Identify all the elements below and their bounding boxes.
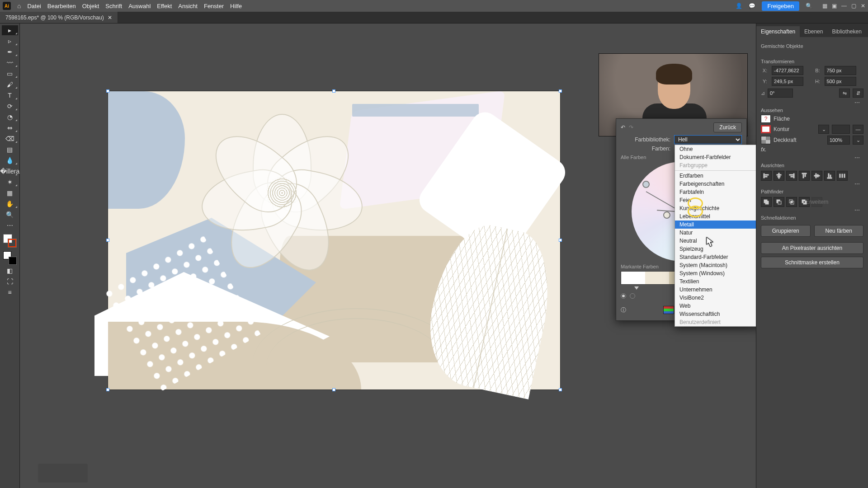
symbol-sprayer-tool[interactable]: ✶ [2, 177, 18, 187]
gradient-tool[interactable]: ▤ [2, 145, 18, 155]
align-left[interactable] [761, 171, 772, 181]
dropdown-item[interactable]: Farbeigenschaften▸ [675, 180, 756, 188]
menu-datei[interactable]: Datei [27, 3, 41, 9]
stroke-profile[interactable]: ― [853, 125, 863, 134]
canvas[interactable]: ↶ ↷ Zurück Farbbibliothek: Hell Farben: … [20, 23, 756, 488]
w-field[interactable] [825, 66, 856, 75]
rotate-tool[interactable]: ⟳ [2, 101, 18, 111]
more-pathfinder-icon[interactable]: ⋯ [854, 207, 860, 213]
more-align-icon[interactable]: ⋯ [854, 181, 860, 187]
toolbar-more[interactable]: ⋯ [2, 221, 18, 230]
menu-effekt[interactable]: Effekt [157, 3, 172, 9]
swatch[interactable] [621, 272, 645, 284]
menu-objekt[interactable]: Objekt [82, 3, 99, 9]
comment-icon[interactable]: 💬 [749, 3, 755, 9]
edit-toolbar[interactable]: ≡ [2, 287, 18, 297]
fx-label[interactable]: fx. [761, 146, 767, 153]
menu-fenster[interactable]: Fenster [204, 3, 224, 9]
type-tool[interactable]: T [2, 90, 18, 100]
dropdown-item[interactable]: Dokument-Farbfelder [675, 153, 756, 161]
align-right[interactable] [786, 171, 797, 181]
back-button[interactable]: Zurück [713, 122, 742, 132]
opacity-field[interactable] [827, 136, 850, 145]
artboard-tool[interactable]: ▦ [2, 188, 18, 198]
dropdown-item[interactable]: Wissenschaftlich▸ [675, 310, 756, 318]
blend-tool[interactable]: �illera [2, 166, 18, 176]
selection-tool[interactable]: ▸ [2, 25, 18, 35]
direct-selection-tool[interactable]: ▹ [2, 36, 18, 46]
paintbrush-tool[interactable]: 🖌 [2, 80, 18, 89]
document-tab[interactable]: 7598165.eps* @ 100 % (RGB/Vorschau) ✕ [0, 12, 118, 23]
pixel-align-button[interactable]: An Pixelraster ausrichten [761, 242, 863, 254]
dropdown-item[interactable]: Unternehmen [675, 286, 756, 294]
cloud-icon[interactable]: 👤 [736, 3, 742, 9]
distribute-h[interactable] [837, 171, 848, 181]
tab-properties[interactable]: Eigenschaften [756, 26, 800, 37]
dropdown-item[interactable]: Web [675, 302, 756, 310]
dropdown-item[interactable]: Spielzeug [675, 245, 756, 253]
dropdown-item[interactable]: Farbtafeln▸ [675, 188, 756, 196]
redo-icon[interactable]: ↷ [629, 124, 633, 131]
rotate-field[interactable] [768, 89, 793, 98]
shape-builder-tool[interactable]: ◔ [2, 112, 18, 122]
opacity-menu[interactable]: ⌄ [853, 136, 863, 145]
hand-tool[interactable]: ✋ [2, 199, 18, 209]
more-transform-icon[interactable]: ⋯ [854, 99, 860, 106]
dropdown-item[interactable]: Standard-Farbfelder▸ [675, 253, 756, 261]
menu-auswahl[interactable]: Auswahl [128, 3, 151, 9]
eraser-tool[interactable]: ⌫ [2, 134, 18, 144]
home-icon[interactable]: ⌂ [17, 2, 21, 9]
screen-mode[interactable]: ⛶ [2, 277, 18, 286]
group-button[interactable]: Gruppieren [761, 225, 811, 237]
color-node[interactable] [663, 211, 670, 219]
swatch-library-icon[interactable] [663, 306, 674, 314]
curvature-tool[interactable]: 〰 [2, 58, 18, 68]
fill-swatch[interactable]: ? [761, 115, 771, 123]
max-icon[interactable]: ▢ [851, 3, 856, 9]
stroke-weight-down[interactable]: ⌄ [818, 125, 829, 134]
wheel-mode-radio[interactable] [621, 293, 626, 299]
zoom-tool[interactable]: 🔍 [2, 210, 18, 220]
dropdown-item[interactable]: System (Windows) [675, 269, 756, 277]
y-field[interactable] [772, 77, 803, 86]
arrange-icon[interactable]: ▦ [822, 3, 827, 9]
dropdown-item[interactable]: Lebensmittel▸ [675, 212, 756, 221]
eyedropper-tool[interactable]: 💧 [2, 155, 18, 165]
pf-unite[interactable] [761, 197, 772, 207]
dropdown-item[interactable]: Metall▸ [675, 221, 756, 229]
swatch[interactable] [645, 272, 669, 284]
close-icon[interactable]: ✕ [861, 3, 865, 9]
dropdown-item[interactable]: Neutral [675, 237, 756, 245]
wheel-mode-radio[interactable] [630, 293, 635, 299]
align-top[interactable] [799, 171, 810, 181]
stroke-swatch[interactable] [761, 125, 771, 133]
dropdown-item[interactable]: Ohne [675, 145, 756, 153]
pen-tool[interactable]: ✒ [2, 47, 18, 57]
align-vcenter[interactable] [811, 171, 822, 181]
dropdown-item[interactable]: Natur▸ [675, 229, 756, 237]
pf-minus[interactable] [774, 197, 784, 207]
dropdown-item[interactable]: Textilien [675, 277, 756, 286]
info-icon[interactable]: ⓘ [621, 306, 626, 314]
default-swatches[interactable] [3, 251, 17, 265]
dropdown-item[interactable]: System (Macintosh) [675, 261, 756, 269]
width-tool[interactable]: ⇔ [2, 123, 18, 133]
min-icon[interactable]: — [841, 3, 847, 9]
menu-bearbeiten[interactable]: Bearbeiten [47, 3, 76, 9]
dropdown-item[interactable]: Feier [675, 196, 756, 204]
dropdown-item[interactable]: Kunstgeschichte▸ [675, 204, 756, 212]
drawing-mode[interactable]: ◧ [2, 266, 18, 276]
search-icon[interactable]: 🔍 [806, 3, 812, 9]
dropdown-item[interactable]: VisiBone2 [675, 294, 756, 302]
menu-schrift[interactable]: Schrift [105, 3, 122, 9]
color-library-select[interactable]: Hell [674, 135, 742, 144]
workspace-icon[interactable]: ▣ [832, 3, 837, 9]
recolor-button[interactable]: Neu färben [814, 225, 864, 237]
undo-icon[interactable]: ↶ [621, 124, 625, 131]
tab-layers[interactable]: Ebenen [800, 26, 827, 37]
flip-h-icon[interactable]: ⇋ [839, 89, 850, 98]
align-bottom[interactable] [824, 171, 835, 181]
pf-intersect[interactable] [786, 197, 797, 207]
rectangle-tool[interactable]: ▭ [2, 69, 18, 79]
flip-v-icon[interactable]: ⇵ [853, 89, 863, 98]
